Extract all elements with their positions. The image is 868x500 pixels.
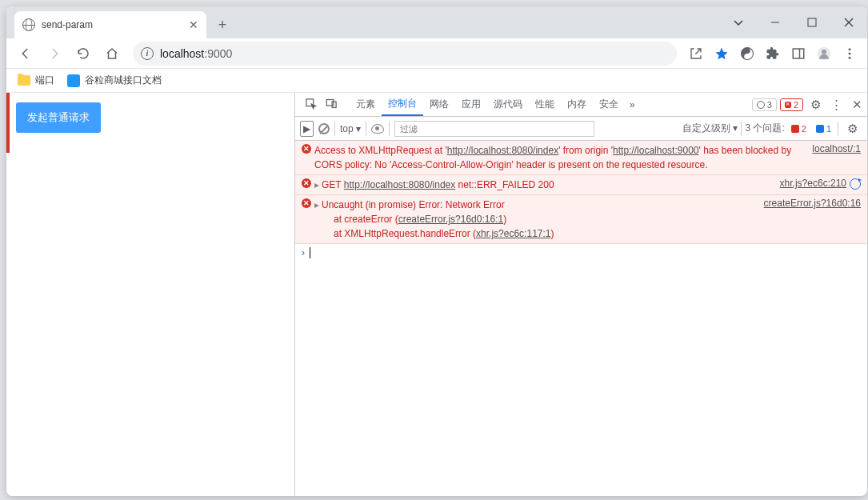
profile-avatar[interactable] — [813, 42, 835, 65]
site-info-icon[interactable]: i — [141, 47, 154, 60]
bookmark-folder[interactable]: 端口 — [18, 74, 54, 87]
issue-error-badge[interactable]: 2 — [788, 123, 810, 134]
chevron-down-icon[interactable] — [720, 6, 757, 38]
yin-yang-icon[interactable] — [736, 42, 758, 65]
svg-point-8 — [822, 49, 826, 54]
send-request-button[interactable]: 发起普通请求 — [16, 102, 101, 133]
tab-memory[interactable]: 内存 — [561, 93, 593, 116]
source-link[interactable]: createError.js?16d0:16 — [756, 198, 861, 241]
maximize-button[interactable] — [794, 6, 830, 38]
window-titlebar: send-param ✕ + — [6, 6, 867, 38]
new-tab-button[interactable]: + — [211, 14, 234, 36]
tab-sources[interactable]: 源代码 — [487, 93, 529, 116]
devtools-panel: 元素 控制台 网络 应用 源代码 性能 内存 安全 » 3 2 ⚙ ⋮ ✕ ▶ — [294, 93, 867, 496]
device-toggle-icon[interactable] — [321, 98, 342, 112]
forward-button[interactable] — [42, 41, 67, 66]
console-settings-icon[interactable]: ⚙ — [842, 122, 862, 136]
warn-count-badge[interactable]: 2 — [780, 98, 803, 111]
omnibox[interactable]: i localhost:9000 — [133, 42, 677, 66]
tab-console[interactable]: 控制台 — [382, 93, 423, 116]
reload-button[interactable] — [70, 41, 96, 66]
panel-icon[interactable] — [787, 42, 810, 65]
clear-console-icon[interactable] — [318, 123, 330, 134]
kebab-menu-icon[interactable] — [838, 42, 861, 65]
bookmark-star-icon[interactable] — [710, 42, 733, 65]
error-icon: ✕ — [302, 178, 311, 188]
level-selector[interactable]: 自定义级别 ▾ — [682, 122, 738, 135]
console-output: ✕ Access to XMLHttpRequest at 'http://lo… — [295, 141, 867, 496]
close-devtools-icon[interactable]: ✕ — [846, 98, 867, 112]
tab-network[interactable]: 网络 — [423, 93, 455, 116]
tab-elements[interactable]: 元素 — [350, 93, 382, 116]
svg-point-9 — [849, 48, 851, 50]
expand-icon[interactable]: ▸ — [314, 179, 322, 190]
inspect-icon[interactable] — [300, 98, 321, 112]
back-button[interactable] — [13, 41, 38, 66]
browser-tab[interactable]: send-param ✕ — [14, 11, 206, 38]
console-error-row[interactable]: ✕ ▸Uncaught (in promise) Error: Network … — [295, 195, 867, 244]
bookmark-item[interactable]: 谷粒商城接口文档 — [67, 74, 162, 87]
context-selector[interactable]: top ▾ — [340, 123, 361, 134]
folder-icon — [18, 75, 30, 86]
source-link[interactable]: xhr.js?ec6c:210 — [772, 178, 861, 192]
address-bar: i localhost:9000 — [6, 38, 867, 69]
close-window-button[interactable] — [830, 6, 867, 38]
more-tabs-icon[interactable]: » — [625, 99, 640, 110]
tab-application[interactable]: 应用 — [455, 93, 487, 116]
console-prompt[interactable]: › — [295, 244, 867, 262]
live-expression-icon[interactable] — [371, 124, 384, 134]
play-icon[interactable]: ▶ — [300, 121, 314, 137]
source-link[interactable]: localhost/:1 — [804, 143, 861, 172]
devtools-menu-icon[interactable]: ⋮ — [826, 98, 846, 112]
svg-rect-1 — [808, 18, 816, 26]
svg-point-11 — [849, 56, 851, 58]
console-error-row[interactable]: ✕ ▸GET http://localhost:8080/index net::… — [295, 175, 867, 195]
console-error-row[interactable]: ✕ Access to XMLHttpRequest at 'http://lo… — [295, 141, 867, 175]
filter-input[interactable] — [394, 121, 594, 137]
tab-performance[interactable]: 性能 — [529, 93, 561, 116]
reload-icon — [850, 178, 861, 190]
error-icon: ✕ — [302, 144, 311, 154]
home-button[interactable] — [99, 41, 125, 66]
expand-icon[interactable]: ▸ — [314, 199, 322, 210]
url-text: localhost:9000 — [160, 47, 232, 60]
share-icon[interactable] — [685, 42, 707, 65]
svg-rect-5 — [793, 49, 804, 58]
error-count-badge[interactable]: 3 — [752, 98, 777, 111]
issues-label: 3 个问题: — [745, 122, 784, 135]
console-toolbar: ▶ top ▾ 自定义级别 ▾ 3 个问题: 2 1 ⚙ — [295, 117, 867, 141]
issue-info-badge[interactable]: 1 — [813, 123, 834, 134]
page-content: 发起普通请求 — [6, 93, 294, 496]
bookmarks-bar: 端口 谷粒商城接口文档 — [6, 69, 867, 93]
close-tab-icon[interactable]: ✕ — [189, 18, 198, 31]
doc-icon — [67, 74, 80, 87]
error-icon: ✕ — [302, 198, 311, 208]
tab-title: send-param — [42, 19, 182, 30]
minimize-button[interactable] — [757, 6, 794, 38]
devtools-tabs: 元素 控制台 网络 应用 源代码 性能 内存 安全 » 3 2 ⚙ ⋮ ✕ — [295, 93, 867, 117]
tab-security[interactable]: 安全 — [593, 93, 625, 116]
svg-point-10 — [849, 52, 851, 54]
extensions-icon[interactable] — [762, 42, 784, 65]
globe-icon — [22, 18, 35, 31]
settings-icon[interactable]: ⚙ — [805, 98, 826, 112]
